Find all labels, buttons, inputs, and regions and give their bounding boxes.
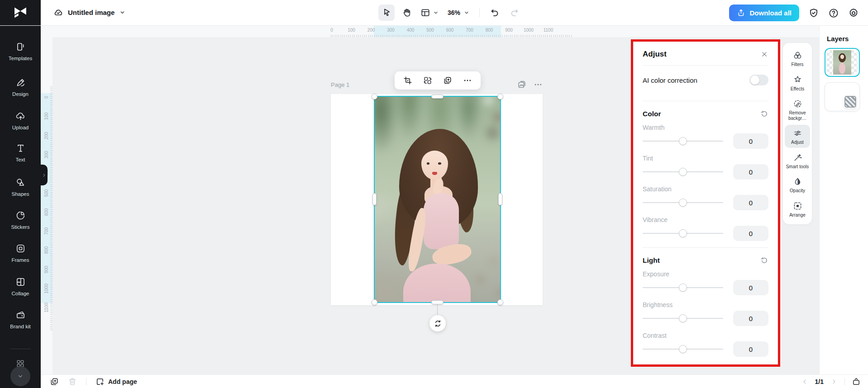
present-icon[interactable]: [852, 377, 861, 386]
slider-thumb[interactable]: [679, 345, 687, 353]
sidebar-item-label: Upload: [0, 124, 41, 131]
sidebar-item-shapes[interactable]: Shapes: [0, 177, 41, 197]
close-icon[interactable]: [760, 50, 768, 58]
slider-value-saturation[interactable]: 0: [733, 195, 768, 210]
slider-value-contrast[interactable]: 0: [733, 341, 768, 357]
hand-tool-button[interactable]: [398, 5, 415, 21]
page-label[interactable]: Page 1: [331, 81, 349, 88]
help-icon[interactable]: [828, 8, 839, 19]
crop-button[interactable]: [401, 74, 415, 87]
tool-rail-item-effects[interactable]: Effects: [785, 71, 810, 95]
tool-rail-item-filters[interactable]: Filters: [785, 47, 810, 70]
slider-thumb[interactable]: [679, 284, 687, 292]
page[interactable]: [331, 94, 543, 305]
photo-layer[interactable]: [374, 96, 501, 303]
slider-thumb[interactable]: [679, 137, 687, 145]
reset-icon[interactable]: [760, 110, 768, 118]
slider-value-tint[interactable]: 0: [733, 164, 768, 180]
tool-rail-item-adjust[interactable]: Adjust: [785, 125, 810, 148]
topbar: Untitled image 36% Download all: [0, 0, 868, 26]
sidebar-item-text[interactable]: Text: [0, 143, 41, 163]
tool-rail-item-smart-tools[interactable]: Smart tools: [785, 149, 810, 172]
undo-button[interactable]: [486, 5, 503, 21]
sidebar-item-collage[interactable]: Collage: [0, 277, 41, 297]
slider-track-exposure[interactable]: [643, 287, 723, 288]
duplicate-button[interactable]: [441, 74, 454, 87]
app-logo[interactable]: [0, 0, 41, 25]
sidebar-item-label: Collage: [0, 290, 41, 297]
layout-tool-button[interactable]: [418, 8, 441, 18]
slider-value-brightness[interactable]: 0: [733, 311, 768, 326]
sidebar-item-upload[interactable]: Upload: [0, 111, 41, 131]
slider-value-warmth[interactable]: 0: [733, 133, 768, 149]
trash-icon[interactable]: [68, 377, 77, 386]
ai-color-correction-toggle[interactable]: [749, 75, 768, 85]
chevron-right-icon[interactable]: [830, 378, 838, 385]
select-tool-button[interactable]: [378, 5, 395, 21]
handle-bottom-left[interactable]: [372, 299, 377, 305]
handle-top[interactable]: [431, 95, 444, 99]
replace-icon: [423, 76, 432, 85]
shield-check-icon[interactable]: [808, 8, 819, 19]
handle-bottom[interactable]: [431, 300, 444, 304]
layer-thumbnail-background[interactable]: [825, 82, 860, 111]
reset-icon[interactable]: [760, 256, 768, 265]
ai-color-correction-row: AI color correction: [643, 66, 768, 95]
slider-track-brightness[interactable]: [643, 318, 723, 319]
sidebar-item-frames[interactable]: Frames: [0, 243, 41, 263]
handle-left[interactable]: [372, 193, 377, 205]
chevron-down-icon[interactable]: [119, 9, 126, 16]
page-image-icon[interactable]: [517, 80, 526, 89]
arrange-icon: [793, 201, 802, 211]
chevron-left-icon[interactable]: [801, 378, 808, 385]
slider-track-warmth[interactable]: [643, 141, 723, 142]
more-button[interactable]: [461, 74, 474, 87]
replace-button[interactable]: [421, 74, 434, 87]
duplicate-page-icon[interactable]: [50, 377, 59, 386]
download-all-button[interactable]: Download all: [729, 5, 799, 21]
page-more-icon[interactable]: [534, 80, 543, 89]
layer-thumbnail-photo[interactable]: [825, 48, 860, 77]
ruler-label: 500: [423, 28, 438, 33]
settings-icon[interactable]: [848, 8, 859, 19]
slider-value-exposure[interactable]: 0: [733, 280, 768, 295]
slider-thumb[interactable]: [679, 199, 687, 207]
rotate-connector: [437, 304, 438, 315]
sidebar-item-templates[interactable]: Templates: [0, 42, 41, 62]
divider: [844, 378, 845, 385]
slider-label: Brightness: [643, 301, 768, 309]
slider-thumb[interactable]: [679, 229, 687, 237]
slider-thumb[interactable]: [679, 168, 687, 176]
handle-top-right[interactable]: [497, 94, 503, 99]
redo-button[interactable]: [506, 5, 523, 21]
slider-track-tint[interactable]: [643, 171, 723, 172]
slider-thumb[interactable]: [679, 314, 687, 322]
zoom-level-dropdown[interactable]: 36%: [445, 9, 472, 16]
tool-rail-item-opacity[interactable]: Opacity: [785, 173, 810, 196]
handle-right[interactable]: [498, 193, 502, 205]
slider-tint: Tint 0: [643, 154, 768, 180]
slider-value-vibrance[interactable]: 0: [733, 226, 768, 241]
document-title[interactable]: Untitled image: [68, 9, 114, 16]
rotate-handle[interactable]: [429, 315, 446, 331]
sidebar-collapse-button[interactable]: [10, 366, 30, 386]
tool-rail-item-arrange[interactable]: Arrange: [785, 198, 810, 221]
slider-exposure: Exposure 0: [643, 270, 768, 295]
sidebar-item-design[interactable]: Design: [0, 77, 41, 97]
add-page-button[interactable]: Add page: [95, 377, 137, 386]
slider-label: Vibrance: [643, 216, 768, 224]
tool-rail-item-remove-backgr[interactable]: Remove backgr…: [785, 95, 810, 123]
handle-top-left[interactable]: [372, 94, 377, 99]
ruler-label: 1100: [541, 28, 556, 33]
slider-track-contrast[interactable]: [643, 349, 723, 350]
tool-rail-label: Adjust: [791, 140, 804, 145]
slider-track-vibrance[interactable]: [643, 233, 723, 234]
handle-bottom-right[interactable]: [497, 299, 503, 305]
ruler-label: 900: [44, 262, 49, 277]
document-title-group: Untitled image: [53, 0, 126, 25]
slider-track-saturation[interactable]: [643, 202, 723, 203]
tool-rail-label: Effects: [791, 86, 804, 92]
sidebar-expand-tab[interactable]: [41, 165, 48, 185]
sidebar-item-brand-kit[interactable]: Brand kit: [0, 310, 41, 330]
sidebar-item-stickers[interactable]: Stickers: [0, 210, 41, 230]
